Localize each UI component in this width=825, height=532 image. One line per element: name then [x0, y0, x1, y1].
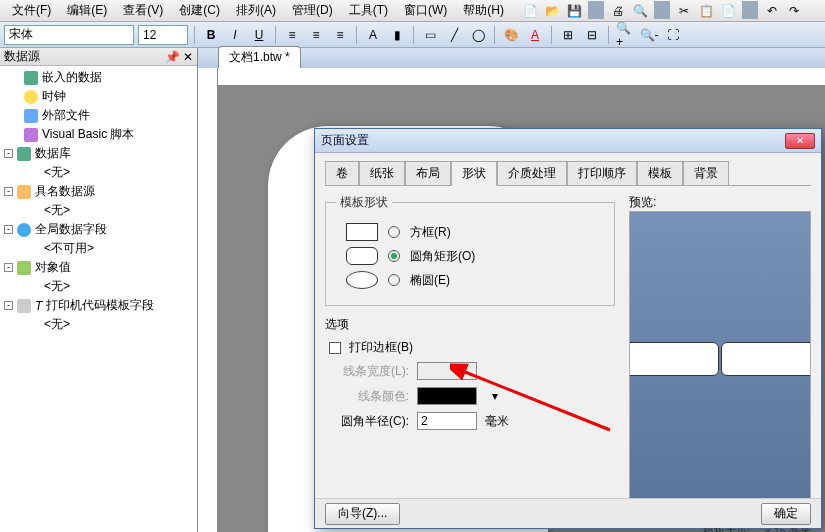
rect-preview-icon: [346, 223, 378, 241]
text-tool-icon[interactable]: A: [363, 25, 383, 45]
tree-vb[interactable]: Visual Basic 脚本: [42, 126, 134, 143]
italic-icon[interactable]: I: [225, 25, 245, 45]
menu-admin[interactable]: 管理(D): [284, 0, 341, 21]
tree-database[interactable]: 数据库: [35, 145, 71, 162]
tab-order[interactable]: 打印顺序: [567, 161, 637, 186]
cut-icon[interactable]: ✂: [674, 1, 694, 21]
barcode-icon[interactable]: ▮: [387, 25, 407, 45]
global-icon: [17, 223, 31, 237]
menu-file[interactable]: 文件(F): [4, 0, 59, 21]
input-radius[interactable]: 2: [417, 412, 477, 430]
preview-label-shape: [629, 342, 719, 376]
print-icon[interactable]: 🖨: [608, 1, 628, 21]
tree-obj[interactable]: 对象值: [35, 259, 71, 276]
redo-icon[interactable]: ↷: [784, 1, 804, 21]
dialog-footer: 向导(Z)... 确定: [315, 498, 821, 528]
expander-icon[interactable]: -: [4, 149, 13, 158]
save-icon[interactable]: 💾: [564, 1, 584, 21]
menu-create[interactable]: 创建(C): [171, 0, 228, 21]
close-icon[interactable]: ✕: [785, 133, 815, 149]
fit-icon[interactable]: ⛶: [663, 25, 683, 45]
tab-layout[interactable]: 布局: [405, 161, 451, 186]
menu-view[interactable]: 查看(V): [115, 0, 171, 21]
zoom-out-icon[interactable]: 🔍-: [639, 25, 659, 45]
tree-external[interactable]: 外部文件: [42, 107, 90, 124]
bold-icon[interactable]: B: [201, 25, 221, 45]
open-icon[interactable]: 📂: [542, 1, 562, 21]
align-right-icon[interactable]: ≡: [330, 25, 350, 45]
font-size-combo[interactable]: 12: [138, 25, 188, 45]
menu-window[interactable]: 窗口(W): [396, 0, 455, 21]
rect-tool-icon[interactable]: ▭: [420, 25, 440, 45]
font-combo[interactable]: 宋体: [4, 25, 134, 45]
preview-box: [629, 211, 811, 501]
tab-media[interactable]: 介质处理: [497, 161, 567, 186]
new-icon[interactable]: 📄: [520, 1, 540, 21]
preview-label: 预览:: [629, 194, 811, 211]
font-color-icon[interactable]: A: [525, 25, 545, 45]
zoom-in-icon[interactable]: 🔍+: [615, 25, 635, 45]
input-line-width: [417, 362, 477, 380]
ungroup-icon[interactable]: ⊟: [582, 25, 602, 45]
radio-rrect[interactable]: [388, 250, 400, 262]
undo-icon[interactable]: ↶: [762, 1, 782, 21]
toolbar: 宋体 12 B I U ≡ ≡ ≡ A ▮ ▭ ╱ ◯ 🎨 A ⊞ ⊟ 🔍+ 🔍…: [0, 22, 825, 48]
menu-edit[interactable]: 编辑(E): [59, 0, 115, 21]
menu-arrange[interactable]: 排列(A): [228, 0, 284, 21]
pin-icon[interactable]: 📌 ✕: [165, 50, 193, 64]
tree-na: <不可用>: [44, 240, 94, 257]
quick-icons: 📄 📂 💾 🖨 🔍 ✂ 📋 📄 ↶ ↷: [520, 1, 804, 21]
group-icon[interactable]: ⊞: [558, 25, 578, 45]
tree-embedded[interactable]: 嵌入的数据: [42, 69, 102, 86]
ellipse-preview-icon: [346, 271, 378, 289]
radio-rect[interactable]: [388, 226, 400, 238]
dialog-tabs: 卷 纸张 布局 形状 介质处理 打印顺序 模板 背景: [325, 161, 811, 186]
label-rrect[interactable]: 圆角矩形(O): [410, 248, 475, 265]
fill-icon[interactable]: 🎨: [501, 25, 521, 45]
expander-icon[interactable]: -: [4, 301, 13, 310]
clock-icon: [24, 90, 38, 104]
ok-button[interactable]: 确定: [761, 503, 811, 525]
shape-legend: 模板形状: [336, 194, 392, 211]
line-tool-icon[interactable]: ╱: [444, 25, 464, 45]
tab-template[interactable]: 模板: [637, 161, 683, 186]
menu-tools[interactable]: 工具(T): [341, 0, 396, 21]
database-icon: [17, 147, 31, 161]
copy-icon[interactable]: 📋: [696, 1, 716, 21]
label-ellipse[interactable]: 椭圆(E): [410, 272, 450, 289]
radio-ellipse[interactable]: [388, 274, 400, 286]
label-rect[interactable]: 方框(R): [410, 224, 451, 241]
expander-icon[interactable]: -: [4, 225, 13, 234]
wizard-button[interactable]: 向导(Z)...: [325, 503, 400, 525]
label-border[interactable]: 打印边框(B): [349, 339, 413, 356]
expander-icon[interactable]: -: [4, 187, 13, 196]
tree-global[interactable]: 全局数据字段: [35, 221, 107, 238]
tab-roll[interactable]: 卷: [325, 161, 359, 186]
label-radius-unit: 毫米: [485, 413, 509, 430]
tree-printer-tpl[interactable]: 打印机代码模板字段: [46, 297, 154, 314]
underline-icon[interactable]: U: [249, 25, 269, 45]
ruler-vertical: [198, 68, 218, 532]
tab-paper[interactable]: 纸张: [359, 161, 405, 186]
tree-none: <无>: [44, 164, 70, 181]
tab-background[interactable]: 背景: [683, 161, 729, 186]
doc-tab[interactable]: 文档1.btw *: [218, 46, 301, 68]
options-legend: 选项: [325, 316, 615, 333]
menu-bar: 文件(F) 编辑(E) 查看(V) 创建(C) 排列(A) 管理(D) 工具(T…: [0, 0, 825, 22]
print-preview-icon[interactable]: 🔍: [630, 1, 650, 21]
template-icon: [17, 299, 31, 313]
ruler-horizontal: [218, 68, 825, 86]
tab-shape[interactable]: 形状: [451, 161, 497, 186]
tree-none: <无>: [44, 316, 70, 333]
align-center-icon[interactable]: ≡: [306, 25, 326, 45]
tree-clock[interactable]: 时钟: [42, 88, 66, 105]
paste-icon[interactable]: 📄: [718, 1, 738, 21]
align-left-icon[interactable]: ≡: [282, 25, 302, 45]
object-icon: [17, 261, 31, 275]
label-radius: 圆角半径(C):: [329, 413, 409, 430]
expander-icon[interactable]: -: [4, 263, 13, 272]
checkbox-border[interactable]: [329, 342, 341, 354]
tree-named[interactable]: 具名数据源: [35, 183, 95, 200]
ellipse-tool-icon[interactable]: ◯: [468, 25, 488, 45]
menu-help[interactable]: 帮助(H): [455, 0, 512, 21]
